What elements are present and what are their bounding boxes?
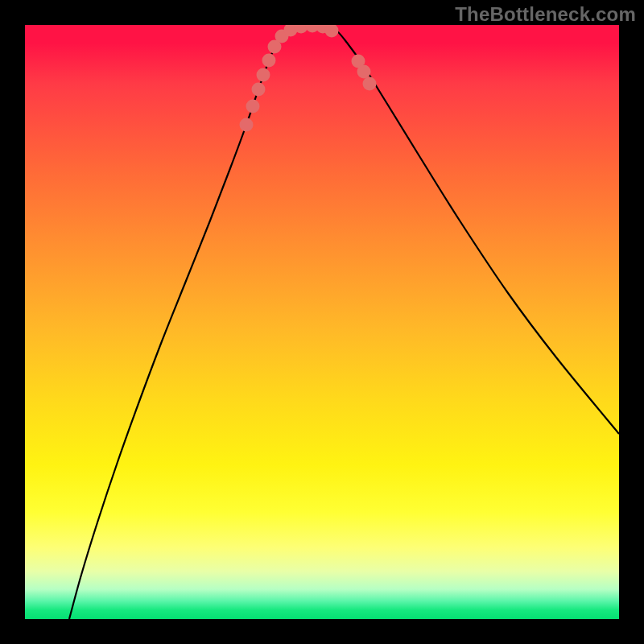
marker-dot <box>357 65 371 79</box>
marker-dot <box>257 68 270 82</box>
watermark: TheBottleneck.com <box>455 3 636 26</box>
marker-dot <box>240 118 254 132</box>
bottleneck-curve <box>69 25 619 619</box>
marker-dot <box>363 77 377 91</box>
marker-dot <box>246 100 260 114</box>
marker-dot <box>252 83 266 97</box>
chart-svg <box>25 25 619 619</box>
marker-dots-group <box>240 25 377 132</box>
chart-frame <box>25 25 619 619</box>
marker-dot <box>262 54 276 68</box>
marker-dot <box>325 25 339 38</box>
